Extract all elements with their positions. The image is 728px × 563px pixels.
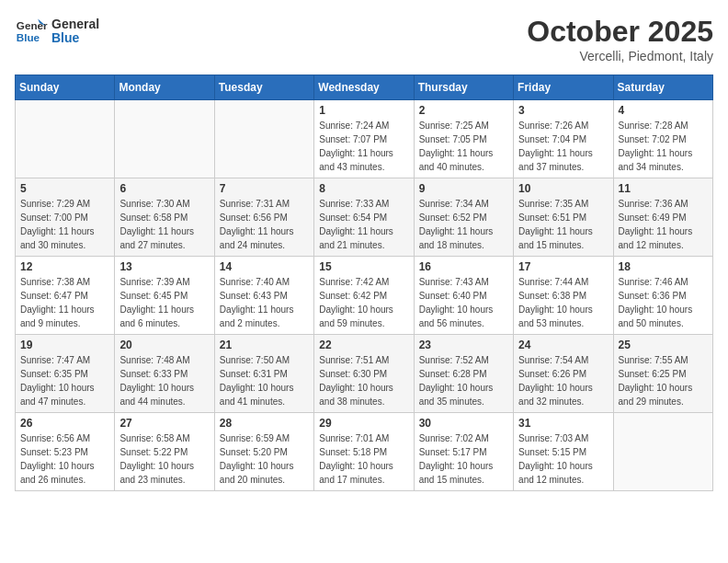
sunset: Sunset: 7:07 PM [319, 132, 408, 146]
day-info: Sunrise: 7:55 AMSunset: 6:25 PMDaylight:… [619, 353, 708, 408]
daylight: Daylight: 11 hours and 15 minutes. [518, 224, 608, 252]
day-number: 2 [419, 104, 508, 117]
svg-text:General: General [17, 19, 48, 31]
day-number: 21 [220, 339, 309, 351]
day-number: 8 [319, 182, 408, 195]
sunrise: Sunrise: 7:36 AM [619, 197, 708, 211]
day-number: 20 [119, 339, 209, 351]
sunrise: Sunrise: 7:52 AM [419, 353, 508, 367]
sunrise: Sunrise: 6:59 AM [220, 431, 309, 445]
day-info: Sunrise: 6:58 AMSunset: 5:22 PMDaylight:… [119, 431, 209, 487]
sunset: Sunset: 6:42 PM [319, 289, 408, 303]
sunrise: Sunrise: 7:33 AM [319, 197, 408, 211]
calendar-cell: 30Sunrise: 7:02 AMSunset: 5:17 PMDayligh… [414, 413, 513, 491]
day-info: Sunrise: 7:54 AMSunset: 6:26 PMDaylight:… [518, 353, 608, 408]
sunrise: Sunrise: 7:40 AM [220, 275, 309, 289]
svg-text:Blue: Blue [17, 31, 40, 43]
logo-general: General [51, 17, 99, 31]
day-number: 11 [619, 182, 708, 195]
calendar-week-5: 26Sunrise: 6:56 AMSunset: 5:23 PMDayligh… [16, 413, 713, 491]
sunset: Sunset: 5:20 PM [220, 445, 309, 459]
day-number: 26 [20, 417, 109, 430]
day-number: 24 [518, 339, 608, 351]
sunset: Sunset: 6:45 PM [119, 289, 209, 303]
daylight: Daylight: 10 hours and 12 minutes. [518, 459, 608, 487]
calendar-cell: 2Sunrise: 7:25 AMSunset: 7:05 PMDaylight… [414, 100, 513, 178]
sunrise: Sunrise: 7:35 AM [518, 197, 608, 211]
sunrise: Sunrise: 7:43 AM [419, 275, 508, 289]
calendar-cell: 1Sunrise: 7:24 AMSunset: 7:07 PMDaylight… [314, 100, 414, 178]
calendar-cell: 26Sunrise: 6:56 AMSunset: 5:23 PMDayligh… [16, 413, 115, 491]
daylight: Daylight: 11 hours and 9 minutes. [20, 303, 109, 330]
sunset: Sunset: 7:04 PM [518, 132, 608, 146]
day-number: 30 [419, 417, 508, 430]
sunset: Sunset: 7:05 PM [419, 132, 508, 146]
sunset: Sunset: 6:52 PM [419, 211, 508, 224]
daylight: Daylight: 11 hours and 21 minutes. [319, 224, 408, 252]
daylight: Daylight: 10 hours and 26 minutes. [20, 459, 109, 487]
day-info: Sunrise: 7:28 AMSunset: 7:02 PMDaylight:… [619, 119, 708, 174]
daylight: Daylight: 10 hours and 23 minutes. [119, 459, 209, 487]
calendar-cell: 14Sunrise: 7:40 AMSunset: 6:43 PMDayligh… [214, 257, 313, 335]
day-info: Sunrise: 7:26 AMSunset: 7:04 PMDaylight:… [518, 119, 608, 174]
day-info: Sunrise: 7:29 AMSunset: 7:00 PMDaylight:… [20, 197, 109, 252]
day-info: Sunrise: 7:33 AMSunset: 6:54 PMDaylight:… [319, 197, 408, 252]
sunset: Sunset: 6:51 PM [518, 211, 608, 224]
page-header: General Blue General Blue October 2025 V… [15, 15, 713, 63]
daylight: Daylight: 11 hours and 30 minutes. [20, 224, 109, 252]
calendar-cell: 7Sunrise: 7:31 AMSunset: 6:56 PMDaylight… [214, 178, 313, 257]
day-number: 3 [518, 104, 608, 117]
calendar-cell: 19Sunrise: 7:47 AMSunset: 6:35 PMDayligh… [16, 335, 115, 413]
sunset: Sunset: 6:47 PM [20, 289, 109, 303]
day-number: 28 [220, 417, 309, 430]
day-number: 19 [20, 339, 109, 351]
sunrise: Sunrise: 7:39 AM [119, 275, 209, 289]
sunset: Sunset: 5:18 PM [319, 445, 408, 459]
day-info: Sunrise: 6:59 AMSunset: 5:20 PMDaylight:… [220, 431, 309, 487]
sunrise: Sunrise: 7:29 AM [20, 197, 109, 211]
day-info: Sunrise: 7:30 AMSunset: 6:58 PMDaylight:… [119, 197, 209, 252]
weekday-header-monday: Monday [115, 75, 214, 100]
daylight: Daylight: 10 hours and 29 minutes. [619, 381, 708, 408]
weekday-header-sunday: Sunday [16, 75, 115, 100]
day-number: 1 [319, 104, 408, 117]
day-info: Sunrise: 7:02 AMSunset: 5:17 PMDaylight:… [419, 431, 508, 487]
sunrise: Sunrise: 7:47 AM [20, 353, 109, 367]
day-number: 10 [518, 182, 608, 195]
calendar-table: SundayMondayTuesdayWednesdayThursdayFrid… [15, 75, 713, 491]
day-number: 22 [319, 339, 408, 351]
sunrise: Sunrise: 7:34 AM [419, 197, 508, 211]
day-info: Sunrise: 7:47 AMSunset: 6:35 PMDaylight:… [20, 353, 109, 408]
day-info: Sunrise: 7:39 AMSunset: 6:45 PMDaylight:… [119, 275, 209, 330]
day-info: Sunrise: 7:35 AMSunset: 6:51 PMDaylight:… [518, 197, 608, 252]
sunset: Sunset: 6:54 PM [319, 211, 408, 224]
calendar-cell: 20Sunrise: 7:48 AMSunset: 6:33 PMDayligh… [115, 335, 214, 413]
sunset: Sunset: 6:33 PM [119, 367, 209, 381]
day-number: 16 [419, 260, 508, 273]
sunset: Sunset: 6:56 PM [220, 211, 309, 224]
calendar-week-3: 12Sunrise: 7:38 AMSunset: 6:47 PMDayligh… [16, 257, 713, 335]
day-info: Sunrise: 7:51 AMSunset: 6:30 PMDaylight:… [319, 353, 408, 408]
day-info: Sunrise: 7:03 AMSunset: 5:15 PMDaylight:… [518, 431, 608, 487]
sunset: Sunset: 6:31 PM [220, 367, 309, 381]
weekday-header-thursday: Thursday [414, 75, 513, 100]
day-number: 5 [20, 182, 109, 195]
sunset: Sunset: 6:38 PM [518, 289, 608, 303]
day-info: Sunrise: 7:50 AMSunset: 6:31 PMDaylight:… [220, 353, 309, 408]
sunrise: Sunrise: 7:42 AM [319, 275, 408, 289]
calendar-cell: 12Sunrise: 7:38 AMSunset: 6:47 PMDayligh… [16, 257, 115, 335]
day-number: 18 [619, 260, 708, 273]
calendar-cell: 8Sunrise: 7:33 AMSunset: 6:54 PMDaylight… [314, 178, 414, 257]
daylight: Daylight: 10 hours and 15 minutes. [419, 459, 508, 487]
day-number: 27 [119, 417, 209, 430]
sunrise: Sunrise: 7:28 AM [619, 119, 708, 132]
sunrise: Sunrise: 7:54 AM [518, 353, 608, 367]
title-block: October 2025 Vercelli, Piedmont, Italy [527, 15, 713, 63]
calendar-cell: 24Sunrise: 7:54 AMSunset: 6:26 PMDayligh… [514, 335, 613, 413]
calendar-cell: 25Sunrise: 7:55 AMSunset: 6:25 PMDayligh… [613, 335, 712, 413]
daylight: Daylight: 10 hours and 53 minutes. [518, 303, 608, 330]
day-info: Sunrise: 7:43 AMSunset: 6:40 PMDaylight:… [419, 275, 508, 330]
sunset: Sunset: 5:23 PM [20, 445, 109, 459]
daylight: Daylight: 11 hours and 24 minutes. [220, 224, 309, 252]
sunrise: Sunrise: 7:46 AM [619, 275, 708, 289]
